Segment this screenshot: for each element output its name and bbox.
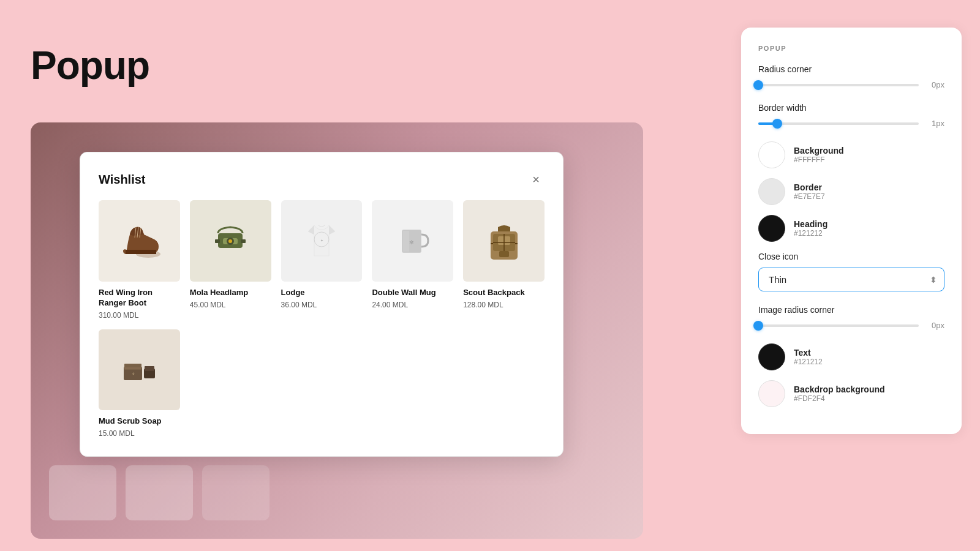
border-width-slider-row: 1px — [758, 119, 944, 128]
product-name-3: Double Wall Mug — [372, 288, 453, 298]
panel-section-title: POPUP — [758, 45, 944, 52]
text-color-swatch[interactable] — [758, 343, 785, 370]
shirt-icon: ✦ — [297, 216, 346, 265]
svg-rect-14 — [403, 231, 409, 252]
product-image-1 — [190, 200, 271, 282]
svg-point-7 — [228, 239, 232, 243]
product-card-4: Scout Backpack 128.00 MDL — [463, 200, 545, 320]
border-width-setting: Border width 1px — [758, 103, 944, 128]
border-color-info: Border #E7E7E7 — [794, 182, 825, 201]
product-price-4: 128.00 MDL — [463, 301, 545, 309]
svg-text:✦: ✦ — [320, 239, 323, 242]
border-width-value: 1px — [926, 119, 944, 128]
product-image-2: ✦ — [281, 200, 363, 282]
close-icon-dropdown-row: Thin Regular Bold ⬍ — [758, 268, 944, 291]
image-radius-slider[interactable] — [758, 324, 919, 327]
border-width-thumb[interactable] — [772, 119, 782, 129]
product-image-5: ⚘ — [99, 329, 180, 411]
product-price-2: 36.00 MDL — [281, 301, 363, 309]
text-color-name: Text — [794, 348, 823, 358]
svg-rect-8 — [215, 239, 220, 243]
svg-rect-9 — [241, 239, 246, 243]
svg-rect-29 — [145, 366, 154, 371]
border-color-hex: #E7E7E7 — [794, 192, 825, 201]
preview-card-3 — [202, 465, 270, 520]
background-color-name: Background — [794, 146, 844, 156]
product-name-2: Lodge — [281, 288, 363, 298]
page-title: Popup — [31, 43, 149, 88]
border-color-name: Border — [794, 182, 825, 192]
product-image-4 — [463, 200, 545, 282]
heading-color-info: Heading #121212 — [794, 219, 827, 238]
radius-corner-value: 0px — [926, 80, 944, 89]
image-radius-slider-row: 0px — [758, 321, 944, 330]
product-price-5: 15.00 MDL — [99, 429, 180, 438]
radius-corner-slider[interactable] — [758, 84, 919, 86]
text-color-row: Text #121212 — [758, 343, 944, 370]
close-icon-select[interactable]: Thin Regular Bold — [758, 268, 944, 291]
product-price-1: 45.00 MDL — [190, 301, 271, 309]
product-name-4: Scout Backpack — [463, 288, 545, 298]
backdrop-color-swatch[interactable] — [758, 380, 785, 407]
radius-corner-thumb[interactable] — [753, 80, 763, 90]
background-color-swatch[interactable] — [758, 141, 785, 168]
right-panel: POPUP Radius corner 0px Border width 1px… — [741, 28, 962, 434]
backdrop-color-info: Backdrop background #FDF2F4 — [794, 384, 885, 403]
heading-color-name: Heading — [794, 219, 827, 229]
product-card-0: Red Wing Iron Ranger Boot 310.00 MDL — [99, 200, 180, 320]
preview-bottom-items — [49, 465, 270, 520]
backdrop-color-hex: #FDF2F4 — [794, 394, 885, 403]
product-image-3: ✻ — [372, 200, 453, 282]
product-name-0: Red Wing Iron Ranger Boot — [99, 288, 180, 309]
preview-card-1 — [49, 465, 116, 520]
svg-rect-26 — [124, 367, 141, 369]
heading-color-swatch[interactable] — [758, 215, 785, 242]
product-name-1: Mola Headlamp — [190, 288, 271, 298]
backpack-icon — [480, 216, 529, 265]
background-color-hex: #FFFFFF — [794, 156, 844, 164]
heading-color-hex: #121212 — [794, 229, 827, 238]
product-price-3: 24.00 MDL — [372, 301, 453, 309]
border-color-row: Border #E7E7E7 — [758, 178, 944, 205]
product-price-0: 310.00 MDL — [99, 311, 180, 320]
svg-text:⚘: ⚘ — [132, 372, 135, 376]
border-width-label: Border width — [758, 103, 944, 113]
boot-icon — [115, 216, 164, 265]
radius-corner-slider-row: 0px — [758, 80, 944, 89]
product-card-1: Mola Headlamp 45.00 MDL — [190, 200, 271, 320]
popup-title: Wishlist — [99, 173, 146, 187]
products-grid-row2: ⚘ Mud Scrub Soap 15.00 MDL — [99, 329, 545, 438]
popup-modal: Wishlist × Red Wing Iron Ranger Boot 310… — [80, 152, 564, 457]
image-radius-thumb[interactable] — [753, 321, 763, 331]
backdrop-color-row: Backdrop background #FDF2F4 — [758, 380, 944, 407]
radius-corner-label: Radius corner — [758, 64, 944, 74]
backdrop-color-name: Backdrop background — [794, 384, 885, 394]
product-image-0 — [99, 200, 180, 282]
headlamp-icon — [206, 216, 255, 265]
close-icon-label: Close icon — [758, 252, 944, 261]
close-icon-setting: Close icon Thin Regular Bold ⬍ — [758, 252, 944, 291]
preview-card-2 — [126, 465, 193, 520]
text-color-hex: #121212 — [794, 358, 823, 366]
product-card-2: ✦ Lodge 36.00 MDL — [281, 200, 363, 320]
image-radius-setting: Image radius corner 0px — [758, 305, 944, 330]
mug-icon: ✻ — [388, 216, 437, 265]
radius-corner-setting: Radius corner 0px — [758, 64, 944, 89]
border-color-swatch[interactable] — [758, 178, 785, 205]
popup-header: Wishlist × — [99, 171, 545, 188]
image-radius-label: Image radius corner — [758, 305, 944, 315]
image-radius-value: 0px — [926, 321, 944, 330]
text-color-info: Text #121212 — [794, 348, 823, 366]
product-card-5: ⚘ Mud Scrub Soap 15.00 MDL — [99, 329, 180, 438]
products-grid-row1: Red Wing Iron Ranger Boot 310.00 MDL Mol… — [99, 200, 545, 320]
background-color-row: Background #FFFFFF — [758, 141, 944, 168]
svg-text:✻: ✻ — [409, 239, 414, 246]
popup-close-button[interactable]: × — [527, 171, 545, 188]
product-card-3: ✻ Double Wall Mug 24.00 MDL — [372, 200, 453, 320]
svg-rect-18 — [499, 251, 509, 257]
heading-color-row: Heading #121212 — [758, 215, 944, 242]
product-name-5: Mud Scrub Soap — [99, 416, 180, 427]
border-width-slider[interactable] — [758, 122, 919, 125]
background-color-info: Background #FFFFFF — [794, 146, 844, 164]
soap-icon: ⚘ — [115, 345, 164, 394]
